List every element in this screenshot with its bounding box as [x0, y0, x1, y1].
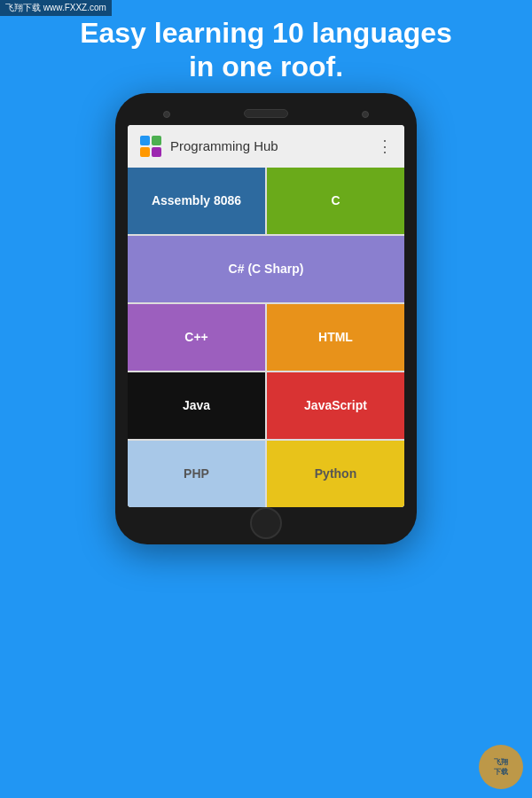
lang-label-javascript: JavaScript [297, 391, 374, 419]
svg-rect-3 [152, 147, 161, 157]
lang-cell-php[interactable]: PHP [128, 441, 265, 507]
phone-camera [163, 111, 170, 118]
watermark-bottom: 飞翔下载 [479, 745, 523, 789]
app-icon [138, 134, 163, 159]
phone-top-bar [128, 106, 404, 125]
lang-label-assembly: Assembly 8086 [145, 186, 248, 215]
phone-sensor [362, 111, 369, 118]
lang-cell-javascript[interactable]: JavaScript [267, 372, 404, 439]
app-title: Programming Hub [170, 138, 278, 153]
lang-cell-c[interactable]: C [267, 168, 404, 234]
lang-label-cpp: C++ [177, 323, 215, 351]
lang-label-python: Python [308, 459, 364, 488]
lang-label-c: C [324, 186, 347, 215]
phone-speaker [244, 109, 288, 118]
lang-cell-cpp[interactable]: C++ [128, 304, 265, 371]
phone-frame: Programming Hub ⋮ Assembly 8086CC# (C Sh… [115, 93, 417, 544]
home-button[interactable] [250, 507, 282, 539]
language-grid: Assembly 8086CC# (C Sharp)C++HTMLJavaJav… [128, 168, 404, 507]
phone-screen: Programming Hub ⋮ Assembly 8086CC# (C Sh… [128, 125, 404, 507]
app-toolbar: Programming Hub ⋮ [128, 125, 404, 168]
lang-cell-python[interactable]: Python [267, 441, 404, 507]
lang-label-php: PHP [176, 459, 216, 488]
lang-cell-java[interactable]: Java [128, 372, 265, 439]
svg-rect-2 [140, 147, 150, 157]
lang-label-html: HTML [311, 323, 360, 351]
toolbar-menu-icon[interactable]: ⋮ [377, 137, 394, 156]
watermark-circle: 飞翔下载 [479, 745, 523, 789]
watermark-top: 飞翔下载 www.FXXZ.com [0, 0, 112, 16]
svg-rect-0 [140, 136, 150, 145]
lang-label-java: Java [176, 391, 217, 419]
lang-cell-html[interactable]: HTML [267, 304, 404, 371]
phone-bottom [128, 514, 404, 532]
lang-label-csharp: C# (C Sharp) [222, 254, 311, 283]
lang-cell-assembly[interactable]: Assembly 8086 [128, 168, 265, 234]
toolbar-left: Programming Hub [138, 134, 278, 159]
svg-rect-1 [152, 136, 161, 145]
lang-cell-csharp[interactable]: C# (C Sharp) [128, 236, 404, 302]
